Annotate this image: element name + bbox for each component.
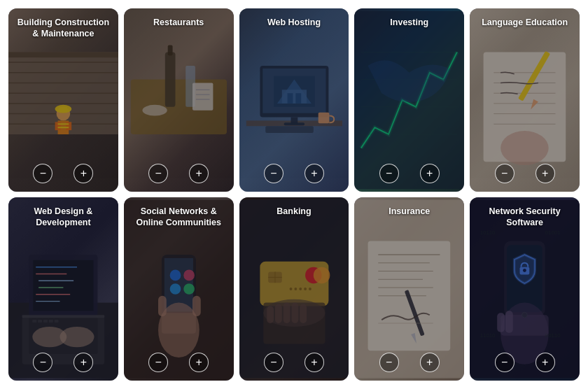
card-webdev-controls: − +	[8, 353, 118, 372]
card-insurance-title: Insurance	[354, 206, 464, 217]
card-webhosting-plus[interactable]: +	[304, 164, 324, 183]
svg-rect-33	[295, 93, 301, 104]
card-restaurants-controls: − +	[124, 164, 234, 183]
svg-rect-120	[497, 313, 505, 332]
svg-point-70	[59, 327, 94, 347]
svg-rect-37	[265, 126, 314, 133]
card-language[interactable]: Language Education − +	[470, 8, 580, 192]
card-restaurants[interactable]: Restaurants − +	[124, 8, 234, 192]
card-investing-minus[interactable]: −	[379, 164, 399, 183]
svg-point-94	[313, 267, 330, 284]
svg-rect-71	[22, 315, 105, 318]
card-language-plus[interactable]: +	[536, 164, 555, 183]
card-webdev-plus[interactable]: +	[74, 353, 93, 372]
card-network-minus[interactable]: −	[495, 353, 514, 372]
svg-point-90	[299, 288, 302, 290]
svg-rect-64	[32, 320, 36, 323]
card-restaurants-minus[interactable]: −	[148, 164, 168, 183]
card-investing-plus[interactable]: +	[420, 164, 440, 183]
card-social-controls: − +	[124, 353, 234, 372]
svg-point-77	[169, 283, 181, 295]
card-language-controls: − +	[470, 164, 580, 183]
svg-text:10110: 10110	[480, 229, 496, 236]
svg-rect-100	[291, 303, 298, 323]
svg-rect-66	[43, 320, 48, 323]
svg-rect-67	[49, 320, 53, 323]
svg-rect-81	[158, 296, 167, 316]
svg-rect-32	[287, 93, 293, 104]
svg-rect-11	[55, 122, 61, 130]
card-network-controls: − +	[470, 353, 580, 372]
svg-rect-35	[284, 122, 304, 125]
svg-rect-19	[168, 45, 173, 56]
card-webdev[interactable]: Web Design & Development − +	[8, 197, 118, 381]
svg-rect-36	[318, 113, 329, 124]
card-banking[interactable]: Banking − +	[239, 197, 349, 381]
card-building-controls: − +	[8, 164, 118, 183]
svg-point-126	[522, 312, 528, 318]
svg-rect-65	[38, 320, 42, 323]
card-banking-controls: − +	[239, 353, 349, 372]
svg-point-21	[142, 105, 167, 116]
card-restaurants-plus[interactable]: +	[189, 164, 209, 183]
card-webhosting[interactable]: Web Hosting − +	[239, 8, 349, 192]
card-social-title: Social Networks & Online Communities	[124, 206, 234, 229]
svg-point-89	[294, 288, 297, 290]
svg-rect-31	[281, 90, 306, 104]
card-network-plus[interactable]: +	[536, 353, 555, 372]
card-banking-minus[interactable]: −	[264, 353, 284, 372]
card-webhosting-minus[interactable]: −	[264, 164, 284, 183]
card-banking-plus[interactable]: +	[304, 353, 324, 372]
card-social-minus[interactable]: −	[148, 353, 168, 372]
card-insurance-minus[interactable]: −	[379, 353, 399, 372]
card-investing-title: Investing	[354, 17, 464, 28]
svg-rect-80	[162, 313, 196, 333]
svg-point-88	[289, 288, 292, 290]
svg-rect-14	[59, 107, 68, 113]
card-building[interactable]: Building Construction & Maintenance − +	[8, 8, 118, 192]
svg-point-78	[183, 283, 195, 295]
svg-rect-12	[66, 122, 71, 130]
svg-text:00110: 00110	[545, 332, 561, 339]
card-social-plus[interactable]: +	[189, 353, 209, 372]
card-building-title: Building Construction & Maintenance	[8, 17, 118, 40]
card-investing[interactable]: Investing − +	[354, 8, 464, 192]
svg-rect-121	[505, 311, 513, 332]
card-webdev-minus[interactable]: −	[33, 353, 52, 372]
svg-rect-56	[33, 260, 93, 311]
card-building-plus[interactable]: +	[74, 164, 93, 183]
svg-rect-18	[165, 52, 176, 106]
card-webdev-title: Web Design & Development	[8, 206, 118, 229]
svg-rect-1	[8, 52, 118, 57]
card-insurance[interactable]: Insurance − +	[354, 197, 464, 381]
svg-rect-101	[300, 304, 307, 323]
card-investing-controls: − +	[354, 164, 464, 183]
card-network-title: Network Security Software	[470, 206, 580, 229]
svg-rect-98	[275, 304, 282, 323]
card-webhosting-controls: − +	[239, 164, 349, 183]
svg-text:01001: 01001	[545, 229, 561, 236]
svg-rect-22	[192, 83, 213, 111]
svg-point-92	[309, 288, 312, 290]
svg-point-117	[523, 269, 526, 272]
svg-point-91	[304, 288, 307, 290]
card-network[interactable]: 10110 01001 11010 00110 Network Security…	[470, 197, 580, 381]
card-language-title: Language Education	[470, 17, 580, 28]
card-insurance-controls: − +	[354, 353, 464, 372]
svg-rect-97	[267, 306, 274, 323]
svg-text:11010: 11010	[480, 332, 496, 339]
card-banking-title: Banking	[239, 206, 349, 217]
svg-rect-82	[192, 296, 201, 316]
svg-point-75	[169, 270, 181, 281]
card-language-minus[interactable]: −	[495, 164, 514, 183]
card-building-minus[interactable]: −	[33, 164, 52, 183]
card-restaurants-title: Restaurants	[124, 17, 234, 28]
svg-rect-68	[55, 320, 59, 323]
svg-point-76	[183, 270, 195, 281]
card-social[interactable]: Social Networks & Online Communities − +	[124, 197, 234, 381]
cards-grid: Building Construction & Maintenance − +	[0, 0, 588, 389]
svg-rect-99	[283, 303, 290, 323]
card-insurance-plus[interactable]: +	[420, 353, 440, 372]
svg-point-52	[500, 131, 549, 165]
card-webhosting-title: Web Hosting	[239, 17, 349, 28]
